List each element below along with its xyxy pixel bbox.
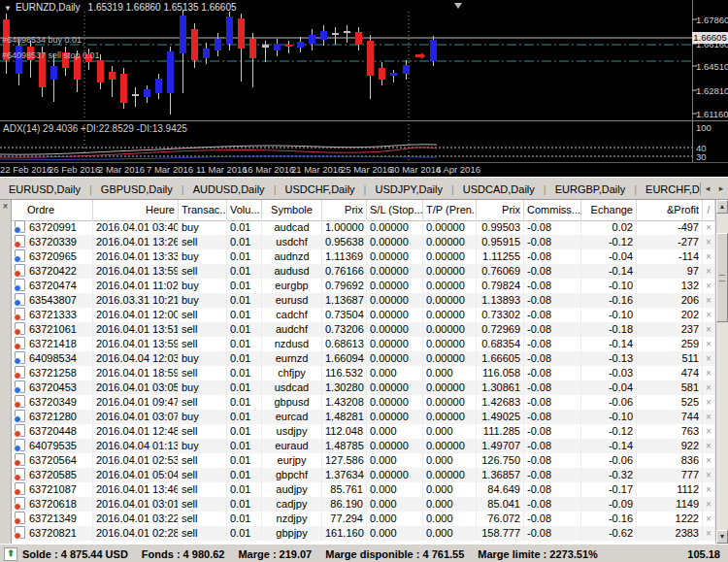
date-axis-label: 22 Feb 2016: [0, 164, 51, 175]
order-row-63720618[interactable]: 637206182016.04.01 03:01:13sell0.01cadjp…: [12, 497, 715, 512]
close-order-icon[interactable]: ×: [703, 293, 714, 308]
order-row-63720965[interactable]: 637209652016.04.01 13:33:49buy0.01audnzd…: [12, 249, 715, 264]
close-order-icon[interactable]: ×: [703, 337, 714, 351]
order-row-63721061[interactable]: 637210612016.04.01 13:51:51sell0.01audch…: [12, 322, 715, 337]
cell-time: 2016.04.01 03:07:11: [93, 410, 179, 424]
column-header-px[interactable]: Prix: [322, 200, 367, 220]
column-header-tp[interactable]: T/P (Pren...: [423, 200, 477, 220]
cell-sym: audnzd: [262, 249, 322, 264]
cell-sl: 0.00000: [367, 468, 423, 482]
close-order-icon[interactable]: ×: [703, 395, 714, 410]
tab-scroll-left-icon[interactable]: ◂: [706, 183, 711, 193]
close-order-icon[interactable]: ×: [703, 235, 714, 249]
cell-com: -0.08: [524, 322, 581, 337]
column-header-px2[interactable]: Prix: [477, 200, 524, 220]
column-header-sym[interactable]: Symbole: [262, 200, 322, 220]
close-order-icon[interactable]: ×: [703, 482, 714, 497]
cell-time: 2016.04.01 13:33:49: [93, 249, 179, 264]
order-type-icon-buy: [15, 380, 25, 393]
chart-tab-gbpusd[interactable]: GBPUSD,Daily: [92, 183, 182, 195]
scrollbar-thumb[interactable]: [716, 233, 728, 322]
chart-tab-eurgbp[interactable]: EURGBP,Daily: [546, 183, 635, 195]
order-row-63543807[interactable]: 635438072016.03.31 10:21:52buy0.01eurusd…: [12, 293, 715, 308]
order-row-63721087[interactable]: 637210872016.04.01 13:46:10sell0.01audjp…: [12, 482, 715, 497]
chart-tab-usdjpy[interactable]: USDJPY,Daily: [366, 183, 451, 195]
tab-scroll-right-icon[interactable]: ▸: [719, 183, 724, 193]
date-axis-label: 25 Mar 2016: [341, 164, 392, 175]
close-order-icon[interactable]: ×: [703, 453, 714, 468]
chart-tab-audusd[interactable]: AUDUSD,Daily: [184, 183, 274, 195]
close-order-icon[interactable]: ×: [703, 351, 714, 366]
close-order-icon[interactable]: ×: [703, 264, 714, 279]
order-row-63720474[interactable]: 637204742016.04.01 11:02:37buy0.01eurgbp…: [12, 279, 715, 293]
cell-sym: chfjpy: [262, 366, 322, 380]
orders-table-header: OrdreHeureTransac...Volu...SymbolePrixS/…: [12, 200, 715, 221]
close-order-icon[interactable]: ×: [703, 497, 714, 512]
connection-up-icon: ⬆: [4, 547, 17, 561]
close-order-icon[interactable]: ×: [703, 512, 714, 526]
scroll-up-icon[interactable]: ▲: [716, 200, 728, 214]
close-order-icon[interactable]: ×: [703, 279, 714, 293]
order-row-63721258[interactable]: 637212582016.04.01 18:59:49sell0.01chfjp…: [12, 366, 715, 380]
cell-pft: 763: [637, 424, 703, 439]
cell-vol: 0.01: [227, 220, 262, 235]
date-axis-label: 11 Mar 2016: [196, 164, 248, 175]
cell-time: 2016.03.31 10:21:52: [93, 293, 179, 308]
table-scrollbar[interactable]: ▲ ▼: [715, 200, 728, 544]
cell-com: -0.08: [524, 453, 581, 468]
cell-px2: 111.285: [477, 424, 524, 439]
order-row-63721418[interactable]: 637214182016.04.01 13:59:56sell0.01nzdus…: [12, 337, 715, 351]
order-row-63720339[interactable]: 637203392016.04.01 13:26:01sell0.01usdch…: [12, 235, 715, 249]
chart-tab-eurchf[interactable]: EURCHF,Daily: [637, 183, 700, 195]
column-header-time[interactable]: Heure: [93, 200, 179, 220]
close-order-icon[interactable]: ×: [703, 366, 714, 380]
column-header-swp[interactable]: Echange: [581, 200, 637, 220]
order-row-63720448[interactable]: 637204482016.04.01 12:48:33sell0.01usdjp…: [12, 424, 715, 439]
cell-tp: 0.00000: [423, 308, 477, 322]
column-header-type[interactable]: Transac...: [179, 200, 227, 220]
cell-pft: -497: [637, 220, 703, 235]
order-row-64079535[interactable]: 640795352016.04.04 01:13:52buy0.01euraud…: [12, 439, 715, 453]
column-header-id[interactable]: Ordre: [12, 200, 93, 220]
cell-tp: 0.000: [423, 424, 477, 439]
order-row-63721349[interactable]: 637213492016.04.01 03:22:29sell0.01nzdjp…: [12, 512, 715, 526]
chart-tab-usdchf[interactable]: USDCHF,Daily: [276, 183, 363, 195]
column-header-pft[interactable]: &Profit: [637, 200, 703, 220]
close-panel-icon[interactable]: ×: [0, 202, 11, 212]
order-row-63720349[interactable]: 637203492016.04.01 09:47:58sell0.01gbpus…: [12, 395, 715, 410]
scroll-down-icon[interactable]: ▼: [716, 530, 728, 544]
chart-tab-eurusd[interactable]: EURUSD,Daily: [0, 183, 89, 195]
cell-pft: 1222: [637, 512, 703, 526]
order-row-63721333[interactable]: 637213332016.04.01 12:00:49sell0.01cadch…: [12, 308, 715, 322]
price-chart[interactable]: ▼EURNZD,Daily1.65319 1.66860 1.65135 1.6…: [0, 0, 728, 177]
order-type-icon-sell: [15, 322, 25, 335]
column-header-vol[interactable]: Volu...: [227, 200, 262, 220]
close-order-icon[interactable]: ×: [703, 424, 714, 439]
close-order-icon[interactable]: ×: [703, 322, 714, 337]
order-id: 63721061: [29, 323, 77, 335]
cell-px: 86.190: [322, 497, 367, 512]
close-order-icon[interactable]: ×: [703, 526, 714, 541]
order-row-64098534[interactable]: 640985342016.04.04 12:03:53buy0.01eurnzd…: [12, 351, 715, 366]
close-order-icon[interactable]: ×: [703, 439, 714, 453]
order-row-63720453[interactable]: 637204532016.04.01 03:05:58buy0.01usdcad…: [12, 380, 715, 395]
cell-type: sell: [179, 453, 227, 468]
order-row-63720991[interactable]: 637209912016.04.01 03:40:27buy0.01audcad…: [12, 220, 715, 235]
close-order-icon[interactable]: ×: [703, 468, 714, 482]
column-header-com[interactable]: Commiss...: [524, 200, 581, 220]
order-id: 63720585: [29, 469, 77, 480]
chart-tab-usdcad[interactable]: USDCAD,Daily: [454, 183, 544, 195]
close-order-icon[interactable]: ×: [703, 220, 714, 235]
cell-tp: 0.000: [423, 453, 477, 468]
close-order-icon[interactable]: ×: [703, 308, 714, 322]
order-row-63721280[interactable]: 637212802016.04.01 03:07:11buy0.01eurcad…: [12, 410, 715, 424]
close-order-icon[interactable]: ×: [703, 249, 714, 264]
column-header-sl[interactable]: S/L (Stop...: [367, 200, 423, 220]
order-row-63720564[interactable]: 637205642016.04.01 02:53:31sell0.01eurjp…: [12, 453, 715, 468]
chart-dropdown-icon[interactable]: ▼: [4, 4, 12, 13]
order-row-63720821[interactable]: 637208212016.04.01 02:28:25sell0.01gbpjp…: [12, 526, 715, 541]
close-order-icon[interactable]: ×: [703, 410, 714, 424]
close-order-icon[interactable]: ×: [703, 380, 714, 395]
order-row-63720422[interactable]: 637204222016.04.01 13:59:57sell0.01audus…: [12, 264, 715, 279]
order-row-63720585[interactable]: 637205852016.04.01 05:04:10sell0.01gbpch…: [12, 468, 715, 482]
